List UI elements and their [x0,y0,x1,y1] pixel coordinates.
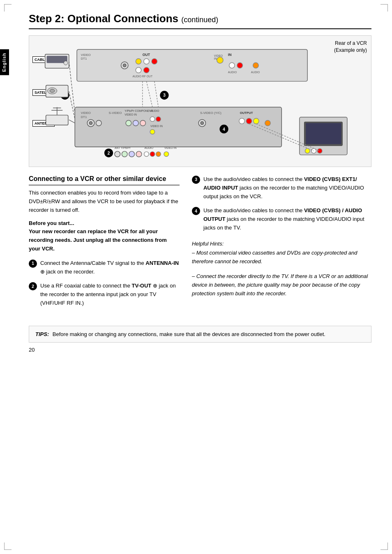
connection-diagram-svg: VIDEO DT1 OUT IN AUDIO RF OUT VIDEO IN [29,36,371,167]
svg-point-44 [201,121,204,125]
helpful-hints-block: Helpful Hints: – Most commercial video c… [192,241,371,298]
hint-2-text: – Connect the recorder directly to the T… [192,272,371,298]
hint-1-text: – Most commercial video cassettes and DV… [192,249,371,266]
step-1-item: 1 Connect the Antenna/Cable TV signal to… [29,259,180,276]
svg-line-73 [146,81,152,107]
svg-text:AUDIO: AUDIO [150,109,159,112]
svg-text:S-VIDEO (Y/C): S-VIDEO (Y/C) [200,111,221,115]
svg-text:Y/Pb/Pr  COMPONENT: Y/Pb/Pr COMPONENT [125,109,153,112]
step-2-circle: 2 [29,282,37,290]
svg-point-11 [144,67,150,73]
svg-rect-83 [46,115,68,125]
svg-point-16 [229,63,235,68]
svg-line-88 [69,91,75,119]
right-column: 3 Use the audio/video cables to connect … [192,175,371,313]
svg-point-53 [115,151,120,157]
svg-point-38 [150,117,155,122]
step-3-text: Use the audio/video cables to connect th… [203,175,371,201]
svg-point-60 [156,152,161,157]
content-area: Connecting to a VCR or other similar dev… [29,175,371,313]
step-2-text: Use a RF coaxial cable to connect the TV… [40,282,180,307]
svg-text:AUDIO: AUDIO [145,146,153,149]
intro-text: This connection enables you to record fr… [29,189,180,214]
svg-point-79 [64,61,68,65]
svg-point-19 [253,63,259,68]
svg-point-58 [144,152,149,157]
step-4-text: Use the audio/video cables to connect th… [203,206,371,232]
tips-text: Before making or changing any connection… [53,331,325,337]
svg-point-49 [265,120,271,126]
before-start-block: Before you start... Your new recorder ca… [29,220,180,253]
svg-point-35 [133,120,139,126]
svg-text:VIDEO: VIDEO [214,54,223,57]
svg-point-13 [217,57,223,63]
svg-point-71 [317,148,322,153]
svg-text:ANT     Y/Pb/Pr: ANT Y/Pb/Pr [115,146,131,149]
svg-point-46 [239,118,245,124]
svg-text:2: 2 [108,151,110,155]
before-start-label: Before you start... [29,220,180,226]
left-column: Connecting to a VCR or other similar dev… [29,175,180,313]
svg-text:4: 4 [223,127,225,132]
svg-text:VIDEO: VIDEO [81,53,91,57]
svg-point-7 [136,58,141,64]
svg-text:OUTPUT: OUTPUT [240,111,253,115]
svg-point-31 [96,120,102,126]
svg-point-41 [150,130,155,134]
svg-point-62 [164,152,169,157]
svg-text:OUT: OUT [143,53,150,57]
svg-point-9 [152,58,157,64]
step-3-circle: 3 [192,176,200,184]
step-4-circle: 4 [192,207,200,215]
svg-point-10 [136,67,141,73]
svg-point-36 [140,120,146,126]
svg-point-47 [246,118,252,124]
helpful-hints-title: Helpful Hints: [192,241,371,247]
step-1-circle: 1 [29,260,37,268]
step-4-item: 4 Use the audio/video cables to connect … [192,206,371,232]
svg-text:DT1: DT1 [81,57,87,60]
svg-text:IN: IN [214,57,217,60]
tips-label: TIPS: [35,331,49,337]
svg-point-56 [136,151,142,157]
tips-box: TIPS: Before making or changing any conn… [29,326,371,343]
svg-point-39 [156,117,161,122]
svg-text:VIDEO IN: VIDEO IN [150,125,163,127]
page-title: Step 2: Optional Connections (continued) [29,12,371,29]
step-2-item: 2 Use a RF coaxial cable to connect the … [29,282,180,307]
step-1-text: Connect the Antenna/Cable TV signal to t… [40,259,180,276]
svg-text:DT1: DT1 [81,115,87,119]
page-number: 20 [29,347,371,353]
svg-line-89 [69,120,75,123]
section-title: Connecting to a VCR or other similar dev… [29,175,180,185]
diagram-area: Rear of a VCR (Example only) CABLE SATEL… [29,35,371,167]
side-tab-english: English [0,49,9,75]
svg-point-59 [150,152,155,157]
svg-point-17 [237,63,243,68]
svg-text:AUDIO RF OUT: AUDIO RF OUT [133,75,153,78]
svg-point-55 [129,151,135,157]
svg-line-74 [154,81,159,107]
svg-text:AUDIO: AUDIO [228,71,237,74]
svg-rect-0 [77,49,307,81]
svg-point-82 [50,89,55,93]
svg-text:AUDIO: AUDIO [251,71,260,74]
svg-text:VIDEO IN: VIDEO IN [125,113,137,116]
svg-point-6 [123,64,126,67]
svg-point-8 [144,58,150,64]
svg-text:3: 3 [163,93,166,97]
svg-text:VIDEO IN: VIDEO IN [164,146,177,149]
svg-text:IN: IN [228,53,232,57]
svg-point-30 [89,121,92,125]
svg-point-48 [254,118,259,124]
svg-text:S-VIDEO: S-VIDEO [108,111,122,115]
svg-rect-68 [306,123,341,144]
step-3-item: 3 Use the audio/video cables to connect … [192,175,371,201]
svg-point-34 [126,120,131,126]
svg-text:VIDEO: VIDEO [81,111,91,115]
before-start-text: Your new recorder can replace the VCR fo… [29,227,180,253]
svg-point-54 [122,151,127,157]
